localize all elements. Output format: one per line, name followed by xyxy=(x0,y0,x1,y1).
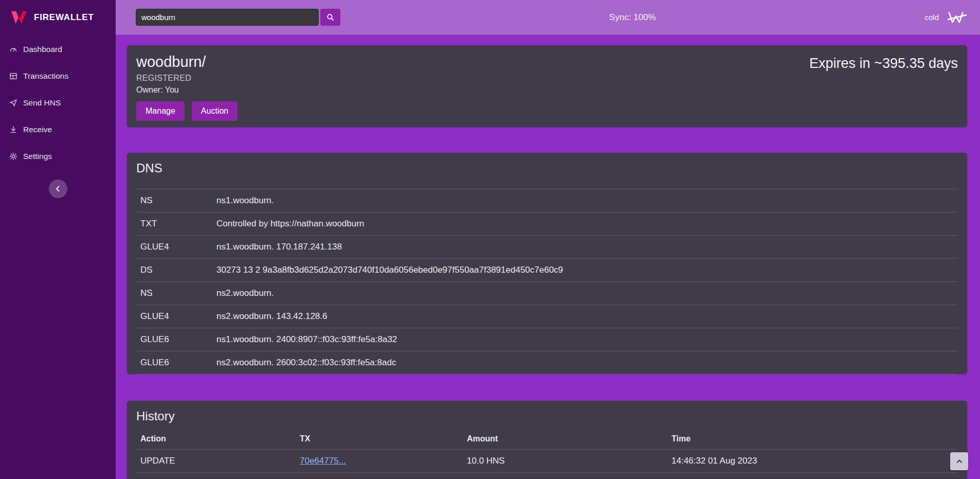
chevron-up-icon xyxy=(954,456,965,467)
dns-record-value: Controlled by https://nathan.woodburn xyxy=(212,212,958,235)
history-action: UPDATE xyxy=(136,450,296,472)
send-icon xyxy=(9,99,17,107)
scroll-to-top-button[interactable] xyxy=(950,452,968,470)
sidebar-item-label: Settings xyxy=(23,152,52,161)
dns-title: DNS xyxy=(136,161,958,175)
domain-info: woodburn/ REGISTERED Owner: You Manage A… xyxy=(136,54,238,121)
dns-record-type: NS xyxy=(136,282,212,305)
sidebar-item-transactions[interactable]: Transactions xyxy=(0,63,116,90)
history-time: 15:45:36 07 Jul 2023 xyxy=(667,473,958,479)
topbar-right: cold xyxy=(924,9,969,26)
manage-button[interactable]: Manage xyxy=(136,101,185,121)
search-button[interactable] xyxy=(320,9,340,26)
dns-record-type: GLUE4 xyxy=(136,305,212,328)
sidebar-collapse-button[interactable] xyxy=(49,180,67,198)
history-amount: 10.0 HNS xyxy=(463,450,667,472)
history-table: Action TX Amount Time UPDATE 70e64775...… xyxy=(136,429,958,479)
sidebar-item-label: Send HNS xyxy=(23,98,61,108)
domain-card: woodburn/ REGISTERED Owner: You Manage A… xyxy=(127,45,967,127)
table-icon xyxy=(9,72,17,80)
search-input[interactable] xyxy=(136,9,319,26)
firewallet-logo-icon xyxy=(9,9,29,26)
search-group xyxy=(136,9,340,26)
history-amount: 10.0 HNS xyxy=(463,473,667,479)
brand-name: FIREWALLET xyxy=(34,12,94,23)
dns-table: NS ns1.woodburn. TXT Controlled by https… xyxy=(136,189,958,375)
dns-record-row: NS ns1.woodburn. xyxy=(136,189,958,212)
dns-record-row: GLUE6 ns2.woodburn. 2600:3c02::f03c:93ff… xyxy=(136,351,958,375)
dns-record-row: GLUE4 ns1.woodburn. 170.187.241.138 xyxy=(136,235,958,258)
chevron-left-icon xyxy=(53,184,63,193)
dns-record-value: ns2.woodburn. 143.42.128.6 xyxy=(212,305,958,328)
dns-record-value: ns1.woodburn. xyxy=(212,189,958,212)
firewallet-mark-icon xyxy=(945,9,969,26)
sidebar-nav: Dashboard Transactions Send HNS Receive xyxy=(0,36,116,170)
receive-icon xyxy=(9,126,17,134)
wallet-mode-badge: cold xyxy=(924,13,939,22)
sidebar-item-dashboard[interactable]: Dashboard xyxy=(0,36,116,63)
dns-record-row: DS 30273 13 2 9a3a8fb3d625d2a2073d740f10… xyxy=(136,258,958,281)
dns-record-value: ns2.woodburn. 2600:3c02::f03c:93ff:fe5a:… xyxy=(212,351,958,374)
sync-status: Sync: 100% xyxy=(340,12,924,23)
dns-record-value: ns1.woodburn. 2400:8907::f03c:93ff:fe5a:… xyxy=(212,328,958,351)
sidebar-item-label: Receive xyxy=(23,125,52,134)
sidebar: FIREWALLET Dashboard Transactions Send H… xyxy=(0,0,116,479)
dns-record-row: NS ns2.woodburn. xyxy=(136,281,958,305)
firewallet-app: FIREWALLET Dashboard Transactions Send H… xyxy=(0,0,980,479)
history-header-action: Action xyxy=(136,429,296,449)
history-header-time: Time xyxy=(667,429,958,449)
dns-record-row: GLUE6 ns1.woodburn. 2400:8907::f03c:93ff… xyxy=(136,328,958,351)
domain-status: REGISTERED xyxy=(136,74,238,83)
domain-actions: Manage Auction xyxy=(136,101,238,121)
dns-record-row: TXT Controlled by https://nathan.woodbur… xyxy=(136,212,958,235)
domain-owner: Owner: You xyxy=(136,85,238,95)
dns-record-type: GLUE4 xyxy=(136,236,212,258)
dns-record-type: DS xyxy=(136,259,212,281)
dns-card: DNS NS ns1.woodburn. TXT Controlled by h… xyxy=(127,153,967,374)
dns-record-type: GLUE6 xyxy=(136,328,212,351)
tx-link[interactable]: 70e64775... xyxy=(300,456,346,466)
dns-record-row: GLUE4 ns2.woodburn. 143.42.128.6 xyxy=(136,305,958,328)
history-header-row: Action TX Amount Time xyxy=(136,429,958,449)
dns-record-type: TXT xyxy=(136,212,212,235)
sidebar-item-receive[interactable]: Receive xyxy=(0,116,116,143)
history-header-tx: TX xyxy=(296,429,463,449)
sidebar-item-label: Dashboard xyxy=(23,45,62,54)
sidebar-item-settings[interactable]: Settings xyxy=(0,143,116,170)
domain-expiry: Expires in ~395.35 days xyxy=(809,56,958,72)
history-action: RENEW xyxy=(136,473,296,479)
history-time: 14:46:32 01 Aug 2023 xyxy=(667,450,958,472)
domain-name: woodburn/ xyxy=(136,54,238,70)
main-content: woodburn/ REGISTERED Owner: You Manage A… xyxy=(116,35,980,479)
history-row: UPDATE 70e64775... 10.0 HNS 14:46:32 01 … xyxy=(136,449,958,472)
history-header-amount: Amount xyxy=(463,429,667,449)
dns-record-value: 30273 13 2 9a3a8fb3d625d2a2073d740f10da6… xyxy=(212,259,958,281)
history-rows: UPDATE 70e64775... 10.0 HNS 14:46:32 01 … xyxy=(136,449,958,479)
dns-record-value: ns2.woodburn. xyxy=(212,282,958,305)
gear-icon xyxy=(9,152,17,161)
history-title: History xyxy=(136,409,958,423)
search-icon xyxy=(326,13,335,22)
dns-record-value: ns1.woodburn. 170.187.241.138 xyxy=(212,236,958,258)
brand[interactable]: FIREWALLET xyxy=(0,0,116,35)
topbar: Sync: 100% cold xyxy=(116,0,980,35)
auction-button[interactable]: Auction xyxy=(192,101,238,121)
history-card: History Action TX Amount Time UPDATE 70e… xyxy=(127,401,967,479)
dns-record-type: GLUE6 xyxy=(136,351,212,374)
gauge-icon xyxy=(9,45,17,54)
dns-record-type: NS xyxy=(136,189,212,212)
sidebar-item-label: Transactions xyxy=(23,72,68,81)
sidebar-item-send-hns[interactable]: Send HNS xyxy=(0,90,116,116)
history-row: RENEW d41f8c32... 10.0 HNS 15:45:36 07 J… xyxy=(136,472,958,479)
